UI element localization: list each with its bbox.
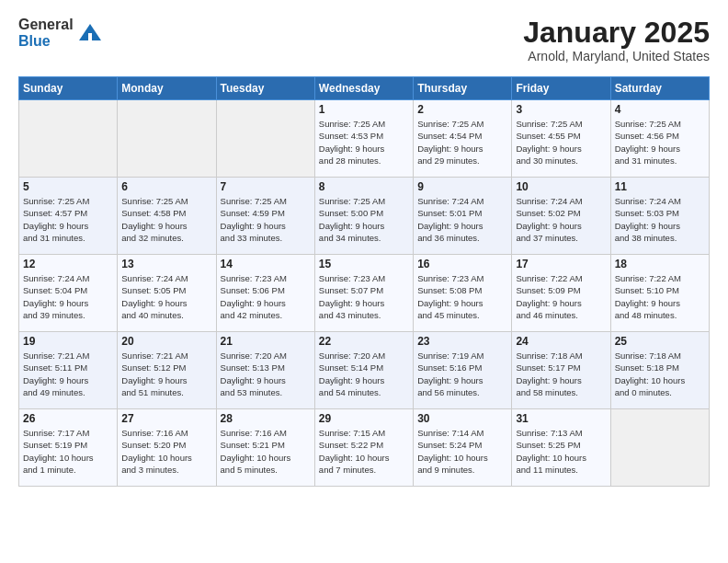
- calendar-cell: 16Sunrise: 7:23 AMSunset: 5:08 PMDayligh…: [414, 255, 512, 332]
- day-info: Sunrise: 7:13 AMSunset: 5:25 PMDaylight:…: [516, 427, 606, 476]
- day-number: 3: [516, 103, 606, 116]
- logo: General Blue: [18, 17, 103, 49]
- calendar-cell: 20Sunrise: 7:21 AMSunset: 5:12 PMDayligh…: [118, 332, 216, 409]
- day-number: 31: [516, 412, 606, 425]
- calendar-cell: 26Sunrise: 7:17 AMSunset: 5:19 PMDayligh…: [19, 409, 118, 487]
- month-title: January 2025: [523, 17, 710, 49]
- col-header-tuesday: Tuesday: [216, 77, 314, 100]
- calendar-cell: 11Sunrise: 7:24 AMSunset: 5:03 PMDayligh…: [610, 178, 709, 255]
- day-number: 29: [319, 412, 409, 425]
- day-info: Sunrise: 7:21 AMSunset: 5:11 PMDaylight:…: [23, 350, 113, 398]
- day-info: Sunrise: 7:15 AMSunset: 5:22 PMDaylight:…: [319, 427, 409, 476]
- calendar-cell: 7Sunrise: 7:25 AMSunset: 4:59 PMDaylight…: [216, 178, 314, 255]
- col-header-thursday: Thursday: [414, 77, 512, 100]
- week-row-3: 12Sunrise: 7:24 AMSunset: 5:04 PMDayligh…: [19, 255, 710, 332]
- day-info: Sunrise: 7:18 AMSunset: 5:17 PMDaylight:…: [516, 350, 606, 398]
- calendar-cell: 22Sunrise: 7:20 AMSunset: 5:14 PMDayligh…: [314, 332, 413, 409]
- calendar-cell: 5Sunrise: 7:25 AMSunset: 4:57 PMDaylight…: [19, 178, 118, 255]
- calendar-cell: 15Sunrise: 7:23 AMSunset: 5:07 PMDayligh…: [314, 255, 413, 332]
- day-info: Sunrise: 7:24 AMSunset: 5:02 PMDaylight:…: [516, 195, 606, 244]
- title-block: January 2025 Arnold, Maryland, United St…: [523, 17, 710, 63]
- day-info: Sunrise: 7:18 AMSunset: 5:18 PMDaylight:…: [615, 350, 705, 398]
- day-number: 11: [615, 180, 705, 193]
- day-info: Sunrise: 7:24 AMSunset: 5:01 PMDaylight:…: [417, 195, 507, 244]
- day-number: 4: [615, 103, 705, 116]
- col-header-friday: Friday: [512, 77, 610, 100]
- logo-text: General Blue: [18, 17, 74, 49]
- day-info: Sunrise: 7:16 AMSunset: 5:21 PMDaylight:…: [221, 427, 311, 476]
- calendar-cell: 1Sunrise: 7:25 AMSunset: 4:53 PMDaylight…: [314, 100, 413, 178]
- day-number: 14: [221, 258, 311, 270]
- week-row-5: 26Sunrise: 7:17 AMSunset: 5:19 PMDayligh…: [19, 409, 710, 487]
- day-info: Sunrise: 7:20 AMSunset: 5:13 PMDaylight:…: [221, 350, 311, 398]
- day-info: Sunrise: 7:25 AMSunset: 4:58 PMDaylight:…: [121, 195, 211, 244]
- day-info: Sunrise: 7:23 AMSunset: 5:08 PMDaylight:…: [417, 272, 507, 321]
- day-number: 20: [121, 335, 211, 348]
- calendar-cell: 8Sunrise: 7:25 AMSunset: 5:00 PMDaylight…: [314, 178, 413, 255]
- day-info: Sunrise: 7:24 AMSunset: 5:04 PMDaylight:…: [23, 272, 113, 321]
- day-info: Sunrise: 7:21 AMSunset: 5:12 PMDaylight:…: [121, 350, 211, 398]
- calendar-table: SundayMondayTuesdayWednesdayThursdayFrid…: [18, 76, 710, 487]
- location: Arnold, Maryland, United States: [523, 49, 710, 63]
- day-info: Sunrise: 7:22 AMSunset: 5:10 PMDaylight:…: [615, 272, 705, 321]
- calendar-cell: 30Sunrise: 7:14 AMSunset: 5:24 PMDayligh…: [414, 409, 512, 487]
- day-number: 5: [23, 180, 113, 193]
- day-number: 19: [23, 335, 113, 348]
- day-info: Sunrise: 7:24 AMSunset: 5:05 PMDaylight:…: [121, 272, 211, 321]
- day-info: Sunrise: 7:19 AMSunset: 5:16 PMDaylight:…: [417, 350, 507, 398]
- day-number: 22: [319, 335, 409, 348]
- calendar-cell: 21Sunrise: 7:20 AMSunset: 5:13 PMDayligh…: [216, 332, 314, 409]
- day-info: Sunrise: 7:25 AMSunset: 4:57 PMDaylight:…: [23, 195, 113, 244]
- day-number: 28: [221, 412, 311, 425]
- calendar-cell: 19Sunrise: 7:21 AMSunset: 5:11 PMDayligh…: [19, 332, 118, 409]
- calendar-cell: 23Sunrise: 7:19 AMSunset: 5:16 PMDayligh…: [414, 332, 512, 409]
- calendar-cell: 4Sunrise: 7:25 AMSunset: 4:56 PMDaylight…: [610, 100, 709, 178]
- calendar-cell: 27Sunrise: 7:16 AMSunset: 5:20 PMDayligh…: [118, 409, 216, 487]
- day-info: Sunrise: 7:24 AMSunset: 5:03 PMDaylight:…: [615, 195, 705, 244]
- calendar-cell: 6Sunrise: 7:25 AMSunset: 4:58 PMDaylight…: [118, 178, 216, 255]
- day-info: Sunrise: 7:23 AMSunset: 5:07 PMDaylight:…: [319, 272, 409, 321]
- calendar-cell: 13Sunrise: 7:24 AMSunset: 5:05 PMDayligh…: [118, 255, 216, 332]
- day-number: 15: [319, 258, 409, 270]
- day-number: 1: [319, 103, 409, 116]
- header-row: SundayMondayTuesdayWednesdayThursdayFrid…: [19, 77, 710, 100]
- day-number: 18: [615, 258, 705, 270]
- page: General Blue January 2025 Arnold, Maryla…: [0, 0, 728, 503]
- day-info: Sunrise: 7:25 AMSunset: 4:55 PMDaylight:…: [516, 118, 606, 167]
- day-number: 10: [516, 180, 606, 193]
- day-info: Sunrise: 7:25 AMSunset: 4:53 PMDaylight:…: [319, 118, 409, 167]
- day-info: Sunrise: 7:20 AMSunset: 5:14 PMDaylight:…: [319, 350, 409, 398]
- week-row-2: 5Sunrise: 7:25 AMSunset: 4:57 PMDaylight…: [19, 178, 710, 255]
- day-number: 7: [221, 180, 311, 193]
- calendar-cell: 29Sunrise: 7:15 AMSunset: 5:22 PMDayligh…: [314, 409, 413, 487]
- logo-blue: Blue: [18, 33, 74, 50]
- calendar-cell: 18Sunrise: 7:22 AMSunset: 5:10 PMDayligh…: [610, 255, 709, 332]
- calendar-cell: 28Sunrise: 7:16 AMSunset: 5:21 PMDayligh…: [216, 409, 314, 487]
- calendar-cell: 3Sunrise: 7:25 AMSunset: 4:55 PMDaylight…: [512, 100, 610, 178]
- day-number: 9: [417, 180, 507, 193]
- calendar-cell: 17Sunrise: 7:22 AMSunset: 5:09 PMDayligh…: [512, 255, 610, 332]
- calendar-cell: 14Sunrise: 7:23 AMSunset: 5:06 PMDayligh…: [216, 255, 314, 332]
- day-number: 26: [23, 412, 113, 425]
- day-info: Sunrise: 7:25 AMSunset: 4:56 PMDaylight:…: [615, 118, 705, 167]
- day-number: 12: [23, 258, 113, 270]
- day-number: 21: [221, 335, 311, 348]
- week-row-1: 1Sunrise: 7:25 AMSunset: 4:53 PMDaylight…: [19, 100, 710, 178]
- day-number: 16: [417, 258, 507, 270]
- col-header-monday: Monday: [118, 77, 216, 100]
- day-number: 8: [319, 180, 409, 193]
- logo-general: General: [18, 17, 74, 33]
- header: General Blue January 2025 Arnold, Maryla…: [18, 17, 710, 63]
- day-info: Sunrise: 7:14 AMSunset: 5:24 PMDaylight:…: [417, 427, 507, 476]
- calendar-cell: 9Sunrise: 7:24 AMSunset: 5:01 PMDaylight…: [414, 178, 512, 255]
- day-info: Sunrise: 7:23 AMSunset: 5:06 PMDaylight:…: [221, 272, 311, 321]
- day-number: 23: [417, 335, 507, 348]
- calendar-cell: 31Sunrise: 7:13 AMSunset: 5:25 PMDayligh…: [512, 409, 610, 487]
- logo-icon: [77, 20, 103, 46]
- day-info: Sunrise: 7:25 AMSunset: 4:59 PMDaylight:…: [221, 195, 311, 244]
- col-header-saturday: Saturday: [610, 77, 709, 100]
- calendar-cell: [610, 409, 709, 487]
- day-number: 27: [121, 412, 211, 425]
- calendar-cell: 12Sunrise: 7:24 AMSunset: 5:04 PMDayligh…: [19, 255, 118, 332]
- day-info: Sunrise: 7:16 AMSunset: 5:20 PMDaylight:…: [121, 427, 211, 476]
